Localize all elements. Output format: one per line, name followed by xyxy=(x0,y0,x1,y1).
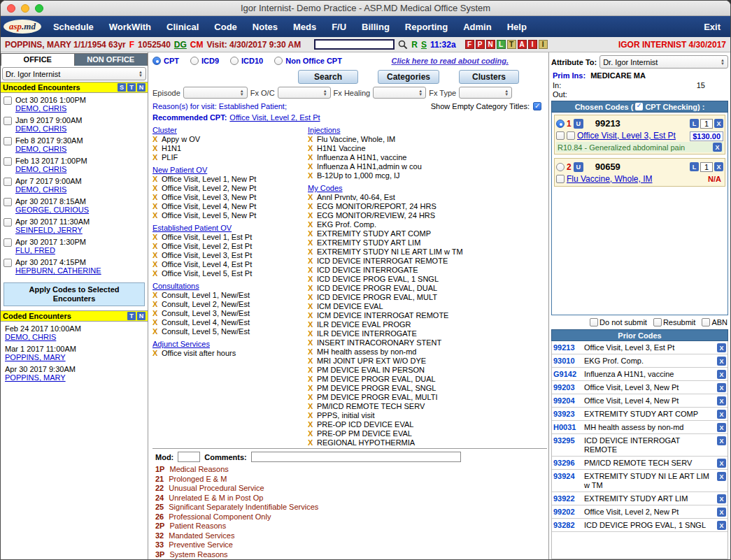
code-type-radio[interactable] xyxy=(190,57,199,65)
update-button[interactable]: U xyxy=(574,119,583,129)
code-item-label[interactable]: ICD DEVICE INTERROGATE xyxy=(317,266,418,275)
cm-link[interactable]: CM xyxy=(190,40,204,50)
chosen-code-radio[interactable] xyxy=(556,163,565,171)
code-item-label[interactable]: PM DEVICE PROGR EVAL, DUAL xyxy=(317,375,436,384)
add-code-x-button[interactable]: X xyxy=(308,384,317,393)
add-code-x-button[interactable]: X xyxy=(308,284,317,293)
add-code-x-button[interactable]: X xyxy=(152,153,162,162)
code-item-label[interactable]: Office Visit, Level 3, Est Pt xyxy=(162,251,252,260)
modifier-item[interactable]: 26Professional Component Only xyxy=(155,512,547,522)
tab-non-office[interactable]: NON OFFICE xyxy=(75,53,148,66)
comments-input[interactable] xyxy=(251,452,461,462)
code-item-label[interactable]: B-12Up to 1,000 mcg, IJ xyxy=(317,171,400,180)
nav-menu-item[interactable]: Clinical xyxy=(159,22,206,32)
add-code-x-button[interactable]: X xyxy=(152,211,162,220)
encounter-checkbox[interactable] xyxy=(3,198,12,206)
code-item-label[interactable]: Office Visit, Level 5, Est Pt xyxy=(162,269,252,278)
add-code-x-button[interactable]: X xyxy=(152,184,162,193)
code-item-label[interactable]: ILR DEVICE INTERROGATE xyxy=(317,329,417,338)
code-item-label[interactable]: Consult, Level 5, New/Est xyxy=(162,327,250,336)
code-item-label[interactable]: PPPS, initial visit xyxy=(317,411,375,420)
nav-exit[interactable]: Exit xyxy=(696,22,730,32)
code-item-label[interactable]: ICM DEVICE INTERROGAT REMOTE xyxy=(317,311,448,320)
add-code-x-button[interactable]: X xyxy=(152,260,162,269)
status-badge[interactable]: T xyxy=(507,40,516,49)
modifier-item[interactable]: 33Preventive Service xyxy=(155,540,547,550)
patient-chart-id[interactable]: 1052540 xyxy=(138,40,171,50)
add-code-x-button[interactable]: X xyxy=(308,266,317,275)
code-item-label[interactable]: EKG Prof. Comp. xyxy=(317,220,376,229)
add-code-x-button[interactable]: X xyxy=(308,193,317,202)
code-item-label[interactable]: Consult, Level 4, New/Est xyxy=(162,318,250,327)
add-code-x-button[interactable]: X xyxy=(308,329,317,338)
code-item-label[interactable]: Consult, Level 2, New/Est xyxy=(162,300,250,309)
nav-menu-item[interactable]: Code xyxy=(206,22,245,32)
sort-mini-button[interactable]: N xyxy=(137,83,146,92)
code-item-label[interactable]: Influenza A H1N1,admin w cou xyxy=(317,162,422,171)
nav-menu-item[interactable]: Reporting xyxy=(397,22,455,32)
prior-code-link[interactable]: 93010 xyxy=(553,357,581,365)
add-code-x-button[interactable]: X xyxy=(152,202,162,211)
prior-code-link[interactable]: 93923 xyxy=(553,410,581,418)
code-item-label[interactable]: ICD DEVICE PROGR EVAL, MULT xyxy=(317,293,437,302)
prior-code-link[interactable]: 93296 xyxy=(553,459,581,467)
add-code-x-button[interactable]: X xyxy=(308,275,317,284)
nav-menu-item[interactable]: Help xyxy=(499,22,534,32)
add-code-x-button[interactable]: X xyxy=(152,144,162,153)
category-title-link[interactable]: Consultations xyxy=(152,281,308,291)
filter-select[interactable]: ▲▼ xyxy=(459,87,512,99)
encounter-patient-link[interactable]: HEPBURN, CATHERINE xyxy=(15,266,101,275)
code-item-label[interactable]: H1N1 Vaccine xyxy=(317,144,366,153)
code-item-label[interactable]: Influenza A H1N1, vaccine xyxy=(317,153,406,162)
add-code-x-button[interactable]: X xyxy=(308,402,317,411)
minimize-window-button[interactable] xyxy=(21,4,29,13)
prior-code-link[interactable]: H0031 xyxy=(553,423,581,431)
code-item-label[interactable]: EXTREMITY STUDY ART COMP xyxy=(317,229,431,238)
add-code-x-button[interactable]: X xyxy=(308,247,317,257)
prior-code-link[interactable]: G9142 xyxy=(553,370,581,378)
modifier-item[interactable]: 3PSystem Reasons xyxy=(155,550,547,560)
remove-prior-code-button[interactable]: X xyxy=(717,370,726,379)
add-code-x-button[interactable]: X xyxy=(308,153,317,162)
apply-codes-button[interactable]: Apply Codes to Selected Encounters xyxy=(3,282,145,306)
show-empty-checkbox[interactable] xyxy=(533,102,541,110)
add-code-x-button[interactable]: X xyxy=(152,349,162,358)
remove-prior-code-button[interactable]: X xyxy=(717,521,726,530)
encounter-patient-link[interactable]: SEINFELD, JERRY xyxy=(15,226,90,234)
chosen-code-desc-link[interactable]: Office Visit, Level 3, Est Pt xyxy=(577,131,682,141)
remove-prior-code-button[interactable]: X xyxy=(717,472,726,481)
status-badge[interactable]: A xyxy=(518,40,527,49)
code-item-label[interactable]: PLIF xyxy=(162,153,178,162)
remove-code-button[interactable]: X xyxy=(714,119,723,128)
prior-code-link[interactable]: 93922 xyxy=(553,494,581,503)
encounter-checkbox[interactable] xyxy=(3,178,12,186)
encounter-checkbox[interactable] xyxy=(3,218,12,227)
modifier-item[interactable]: 1PMedical Reasons xyxy=(155,465,547,475)
add-code-x-button[interactable]: X xyxy=(308,171,317,180)
add-code-x-button[interactable]: X xyxy=(308,438,317,447)
add-code-x-button[interactable]: X xyxy=(152,175,162,184)
add-code-x-button[interactable]: X xyxy=(152,269,162,278)
code-item-label[interactable]: Annl Prvntv, 40-64, Est xyxy=(317,193,395,202)
filter-select[interactable]: ▲▼ xyxy=(278,87,331,99)
filter-select[interactable]: ▲▼ xyxy=(373,87,426,99)
chosen-code-checkbox-2[interactable] xyxy=(567,131,575,140)
remove-code-button[interactable]: X xyxy=(714,162,723,171)
coding-action-button[interactable]: Search xyxy=(298,70,358,84)
code-item-label[interactable]: EXTREMITY STUDY ART LIM xyxy=(317,238,420,247)
code-item-label[interactable]: PM DEVICE PROGR EVAL, SNGL xyxy=(317,384,436,393)
coding-help-link[interactable]: Click here to read about coding. xyxy=(392,57,509,65)
add-code-x-button[interactable]: X xyxy=(308,366,317,375)
add-code-x-button[interactable]: X xyxy=(308,420,317,429)
code-item-label[interactable]: PRE-OP PM DEVICE EVAL xyxy=(317,429,412,438)
provider-select[interactable]: Dr. Igor Internist ▲▼ xyxy=(2,67,146,80)
code-item-label[interactable]: Office Visit, Level 4, New Pt xyxy=(162,202,256,211)
add-code-x-button[interactable]: X xyxy=(152,233,162,242)
code-type-radio-label[interactable]: ICD9 xyxy=(201,57,219,65)
add-code-x-button[interactable]: X xyxy=(152,251,162,260)
status-badge[interactable]: N xyxy=(486,40,495,49)
code-item-label[interactable]: ILR DEVICE EVAL PROGR xyxy=(317,320,411,329)
code-item-label[interactable]: Office Visit, Level 3, New Pt xyxy=(162,193,256,202)
add-code-x-button[interactable]: X xyxy=(308,257,317,266)
update-button[interactable]: U xyxy=(574,162,583,172)
